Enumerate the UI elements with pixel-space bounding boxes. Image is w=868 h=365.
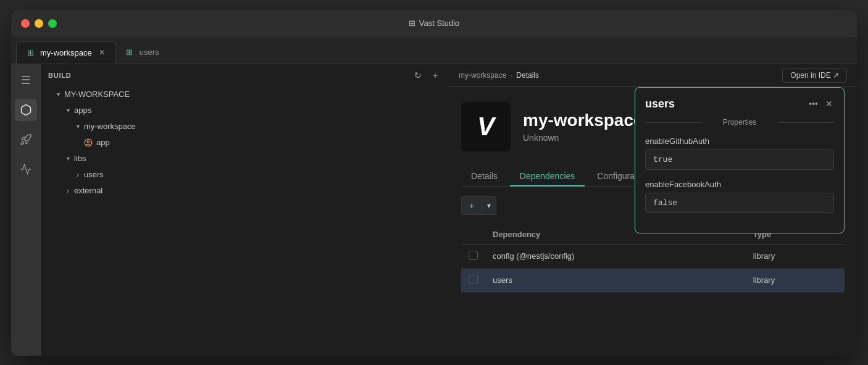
tree-app-label: app — [96, 138, 110, 147]
tab-workspace-icon: ⊞ — [25, 48, 35, 57]
prop-field-enableGithubAuth: enableGithubAuth — [645, 136, 834, 170]
tree-my-workspace-label: my-workspace — [84, 122, 136, 131]
breadcrumb-separator: › — [510, 71, 512, 80]
row2-checkbox-cell — [461, 268, 485, 292]
rocket-icon[interactable] — [15, 128, 37, 151]
svg-point-1 — [87, 141, 90, 143]
row1-checkbox[interactable] — [469, 251, 478, 260]
chevron-down-icon — [63, 106, 73, 115]
tab-bar: ⊞ my-workspace ✕ ⊞ users — [11, 37, 857, 64]
content-area: my-workspace › Details Open in IDE ↗ V — [449, 64, 857, 356]
row2-dependency: users — [485, 268, 746, 292]
project-logo: V — [461, 102, 511, 151]
sidebar-section-label: BUILD — [48, 72, 72, 79]
project-type: Unknown — [523, 133, 643, 143]
add-dropdown-button[interactable]: ▾ — [482, 196, 496, 215]
sidebar-header-actions: ↻ + — [412, 69, 441, 82]
table-row[interactable]: users library — [461, 268, 845, 292]
chevron-down-icon — [63, 154, 73, 164]
properties-more-button[interactable]: ••• — [807, 98, 819, 110]
window-controls — [21, 19, 57, 28]
add-dependency-button[interactable]: + — [461, 196, 482, 215]
breadcrumb-current: Details — [516, 71, 539, 80]
sidebar-header: BUILD ↻ + — [41, 64, 449, 86]
tab-dependencies[interactable]: Dependencies — [510, 166, 585, 186]
prop-field-enableFacebookAuth: enableFacebookAuth — [645, 180, 834, 213]
dependencies-table: Dependency Type — [461, 225, 845, 293]
project-content: V my-workspace Unknown Details Dependenc… — [449, 87, 857, 356]
row2-checkbox[interactable] — [469, 275, 478, 284]
minimize-button[interactable] — [35, 19, 43, 28]
breadcrumb-actions: Open in IDE ↗ — [782, 68, 847, 83]
row1-checkbox-cell — [461, 244, 485, 268]
tree-users-label: users — [84, 170, 104, 179]
project-logo-text: V — [477, 114, 495, 140]
refresh-button[interactable]: ↻ — [412, 69, 424, 82]
properties-section-label: Properties — [645, 118, 834, 127]
menu-icon[interactable]: ☰ — [15, 69, 37, 91]
chevron-right-icon — [73, 170, 83, 180]
box-icon[interactable] — [15, 99, 37, 121]
close-button[interactable] — [21, 19, 30, 28]
prop-label-enableFacebookAuth: enableFacebookAuth — [645, 180, 834, 189]
properties-panel: users ••• ✕ Properties enableGithubAuth … — [635, 87, 845, 233]
tree-workspace-label: MY-WORKSPACE — [64, 90, 130, 99]
prop-input-enableFacebookAuth[interactable] — [645, 193, 834, 213]
properties-title: users — [645, 98, 675, 111]
tree-libs-label: libs — [74, 154, 86, 163]
window-title: ⊞ Vast Studio — [409, 19, 460, 28]
tab-details[interactable]: Details — [461, 166, 507, 186]
tab-workspace-label: my-workspace — [40, 48, 92, 57]
breadcrumb-workspace[interactable]: my-workspace — [459, 71, 506, 80]
prop-label-enableGithubAuth: enableGithubAuth — [645, 136, 834, 146]
row1-dependency: config (@nestjs/config) — [485, 244, 746, 268]
app-icon — [83, 137, 94, 148]
tab-workspace-close[interactable]: ✕ — [97, 48, 107, 57]
tree-item-libs[interactable]: libs — [41, 151, 449, 167]
tree-item-external[interactable]: external — [41, 183, 449, 199]
project-info: my-workspace Unknown — [523, 111, 643, 143]
tree-apps-label: apps — [74, 106, 91, 115]
tab-users-icon: ⊞ — [125, 48, 135, 57]
app-window: ⊞ Vast Studio ⊞ my-workspace ✕ ⊞ users ☰ — [11, 10, 857, 356]
breadcrumb: my-workspace › Details Open in IDE ↗ — [449, 64, 857, 87]
sidebar-panel: BUILD ↻ + MY-WORKSPACE apps my-workspace — [41, 64, 449, 356]
main-content: ☰ BUILD — [11, 64, 857, 356]
tree-external-label: external — [74, 186, 102, 195]
tree-item-my-workspace[interactable]: my-workspace — [41, 119, 449, 135]
properties-panel-header: users ••• ✕ — [645, 98, 834, 111]
tree-item-workspace[interactable]: MY-WORKSPACE — [41, 86, 449, 103]
properties-actions: ••• ✕ — [807, 98, 834, 110]
add-button[interactable]: + — [429, 69, 441, 82]
open-ide-button[interactable]: Open in IDE ↗ — [782, 68, 847, 83]
table-row[interactable]: config (@nestjs/config) library — [461, 244, 845, 268]
prop-input-enableGithubAuth[interactable] — [645, 149, 834, 170]
tree-item-users[interactable]: users — [41, 167, 449, 183]
properties-close-button[interactable]: ✕ — [824, 98, 834, 110]
chart-icon[interactable] — [15, 158, 37, 180]
row1-type: library — [746, 244, 845, 268]
tab-users-label: users — [140, 48, 159, 57]
title-bar: ⊞ Vast Studio — [11, 10, 857, 37]
chevron-down-icon — [53, 90, 63, 99]
project-name: my-workspace — [523, 111, 643, 130]
tree-item-apps[interactable]: apps — [41, 103, 449, 119]
maximize-button[interactable] — [48, 19, 57, 28]
open-ide-label: Open in IDE ↗ — [790, 71, 839, 80]
chevron-right-icon — [63, 186, 73, 196]
col-checkbox — [461, 225, 485, 245]
tree-item-app[interactable]: app — [41, 135, 449, 151]
tab-my-workspace[interactable]: ⊞ my-workspace ✕ — [16, 41, 116, 64]
window-title-icon: ⊞ — [409, 19, 415, 28]
chevron-down-icon — [73, 122, 83, 132]
tab-users[interactable]: ⊞ users — [116, 41, 168, 64]
row2-type: library — [746, 268, 845, 292]
activity-bar: ☰ — [11, 64, 41, 356]
add-icon: + — [469, 201, 474, 211]
